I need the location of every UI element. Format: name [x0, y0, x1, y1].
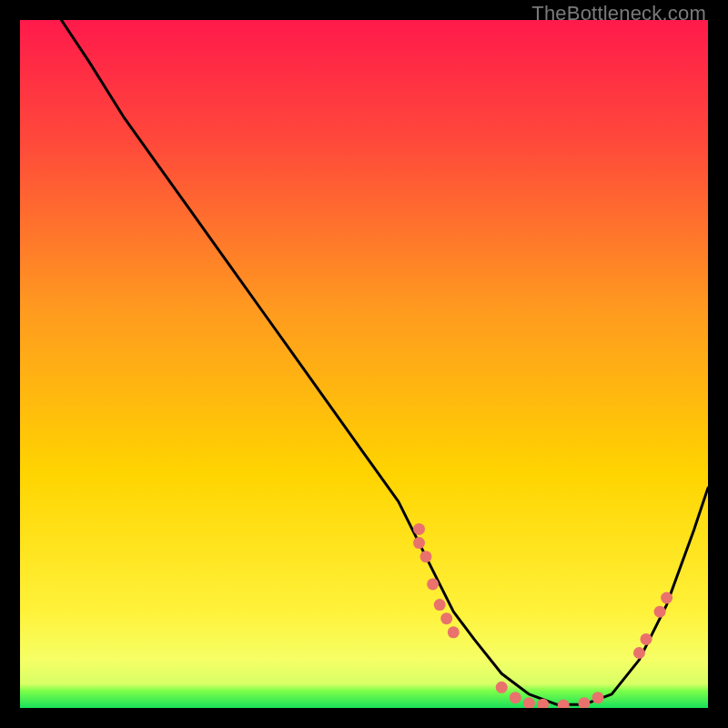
data-marker — [427, 578, 439, 590]
data-marker — [633, 647, 645, 659]
data-marker — [661, 592, 672, 604]
chart-frame — [20, 20, 708, 708]
data-marker — [654, 606, 666, 618]
data-marker — [496, 682, 508, 693]
watermark-text: TheBottleneck.com — [531, 2, 706, 25]
gradient-background — [20, 20, 708, 708]
data-marker — [413, 523, 425, 535]
data-marker — [413, 537, 425, 549]
data-marker — [510, 692, 521, 703]
data-marker — [420, 551, 432, 562]
data-marker — [641, 633, 652, 645]
data-marker — [448, 626, 460, 638]
data-marker — [592, 692, 604, 703]
data-marker — [434, 599, 446, 611]
data-marker — [440, 612, 452, 624]
bottleneck-chart — [20, 20, 708, 708]
